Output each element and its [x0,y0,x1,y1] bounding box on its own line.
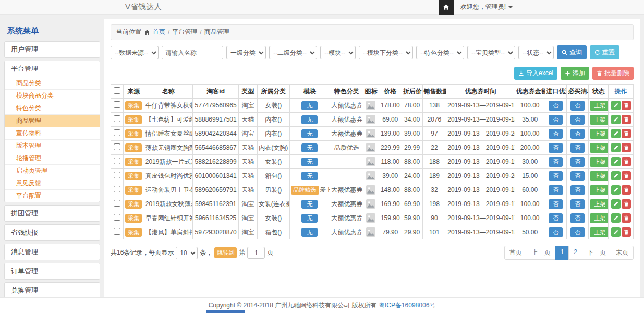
edit-button[interactable] [611,115,621,124]
module-badge[interactable]: 无 [301,129,318,138]
row-checkbox[interactable] [114,200,120,207]
icp-link[interactable]: 粤ICP备16098006号 [379,302,435,309]
module-badge[interactable]: 无 [301,101,318,110]
sidebar-item-promotion-materials[interactable]: 宣传物料 [5,127,100,140]
import-select-toggle[interactable]: 否 [549,213,563,223]
import-select-toggle[interactable]: 否 [549,101,563,111]
module-badge[interactable]: 无 [301,172,318,180]
edit-button[interactable] [611,227,621,237]
delete-button[interactable] [622,143,631,152]
must-buy-toggle[interactable]: 否 [570,115,585,125]
home-button[interactable] [439,0,454,15]
import-select-toggle[interactable]: 否 [549,115,563,125]
delete-button[interactable] [622,185,631,195]
must-buy-toggle[interactable]: 否 [570,129,585,139]
row-checkbox[interactable] [114,115,120,122]
row-checkbox[interactable] [114,101,120,108]
delete-button[interactable] [622,213,631,223]
import-excel-button[interactable]: 导入excel [514,67,557,80]
edit-button[interactable] [611,157,621,166]
add-button[interactable]: 添加 [561,67,589,80]
delete-button[interactable] [622,129,631,138]
row-checkbox[interactable] [114,158,120,164]
edit-button[interactable] [611,213,621,223]
select-all-checkbox[interactable] [114,87,120,94]
row-checkbox[interactable] [114,214,120,221]
jump-page-input[interactable] [247,247,265,259]
import-select-toggle[interactable]: 否 [549,227,563,237]
sidebar-item-group-buy-management[interactable]: 拼团管理 [5,206,100,221]
item-type-select[interactable]: --宝贝类型-- [467,46,515,59]
module-badge[interactable]: 无 [301,143,318,152]
module-badge[interactable]: 品牌精选 [291,186,319,195]
sidebar-item-exchange-management[interactable]: 兑换管理 [5,283,100,298]
must-buy-toggle[interactable]: 否 [570,101,585,111]
sidebar-item-goods-management[interactable]: 商品管理 [5,115,100,127]
sidebar-item-splash-page-management[interactable]: 启动页管理 [5,165,100,177]
delete-button[interactable] [622,101,631,110]
edit-button[interactable] [611,199,621,209]
row-checkbox[interactable] [114,228,120,235]
edit-button[interactable] [611,101,621,110]
page-size-select[interactable]: 10 [176,247,198,259]
status-button[interactable]: 上架 [590,227,608,237]
batch-delete-button[interactable]: 批量删除 [592,67,634,80]
module-badge[interactable]: 无 [301,214,318,223]
status-button[interactable]: 上架 [590,171,608,181]
import-select-toggle[interactable]: 否 [549,199,563,209]
level2-category-select[interactable]: --二级分类-- [269,46,317,59]
sidebar-item-module-goods-category[interactable]: 模块商品分类 [5,90,100,102]
must-buy-toggle[interactable]: 否 [570,199,585,209]
import-select-toggle[interactable]: 否 [549,171,563,181]
status-button[interactable]: 上架 [590,129,608,139]
jump-button[interactable]: 跳转到 [214,247,237,258]
import-select-toggle[interactable]: 否 [549,157,563,167]
page-number-2[interactable]: 2 [568,246,582,260]
module-badge[interactable]: 无 [301,115,318,124]
status-select[interactable]: --状态-- [518,46,554,59]
edit-button[interactable] [611,171,621,180]
sidebar-item-carousel-management[interactable]: 轮播管理 [5,152,100,165]
import-select-toggle[interactable]: 否 [549,143,563,153]
delete-button[interactable] [622,199,631,209]
prev-page-button[interactable]: 上一页 [527,246,556,260]
delete-button[interactable] [622,115,631,124]
status-button[interactable]: 上架 [590,157,608,167]
import-select-toggle[interactable]: 否 [549,185,563,195]
breadcrumb-home-link[interactable]: 首页 [153,28,165,37]
edit-button[interactable] [611,185,621,195]
status-button[interactable]: 上架 [590,143,608,153]
status-button[interactable]: 上架 [590,185,608,195]
last-page-button[interactable]: 末页 [611,246,634,260]
sidebar-item-message-management[interactable]: 消息管理 [5,244,100,260]
sidebar-item-goods-category[interactable]: 商品分类 [5,77,100,90]
module-badge[interactable]: 无 [301,200,318,209]
must-buy-toggle[interactable]: 否 [570,157,585,167]
module-select[interactable]: --模块-- [320,46,356,59]
sidebar-item-special-category[interactable]: 特色分类 [5,102,100,115]
sidebar-item-saving-express[interactable]: 省钱快报 [5,225,100,240]
must-buy-toggle[interactable]: 否 [570,143,585,153]
delete-button[interactable] [622,227,631,237]
search-button[interactable]: 查询 [557,45,587,59]
first-page-button[interactable]: 首页 [504,246,527,260]
horizontal-scrollbar-thumb[interactable] [206,310,245,313]
sidebar-item-version-management[interactable]: 版本管理 [5,140,100,152]
delete-button[interactable] [622,171,631,180]
edit-button[interactable] [611,129,621,138]
status-button[interactable]: 上架 [590,199,608,209]
reset-button[interactable]: 重置 [590,45,619,59]
sidebar-item-platform-management[interactable]: 平台管理 [5,61,100,77]
import-select-toggle[interactable]: 否 [549,129,563,139]
user-menu[interactable]: 欢迎您，管理员! [454,3,519,11]
module-badge[interactable]: 无 [301,158,318,166]
edit-button[interactable] [611,143,621,152]
row-checkbox[interactable] [114,186,120,192]
row-checkbox[interactable] [114,143,120,150]
sidebar-item-platform-config[interactable]: 平台配置 [5,190,100,202]
next-page-button[interactable]: 下一页 [582,246,611,260]
name-input[interactable] [162,46,223,59]
module-subcategory-select[interactable]: --模块下分类-- [359,46,413,59]
sidebar-item-order-management[interactable]: 订单管理 [5,263,100,279]
module-badge[interactable]: 无 [301,228,318,237]
